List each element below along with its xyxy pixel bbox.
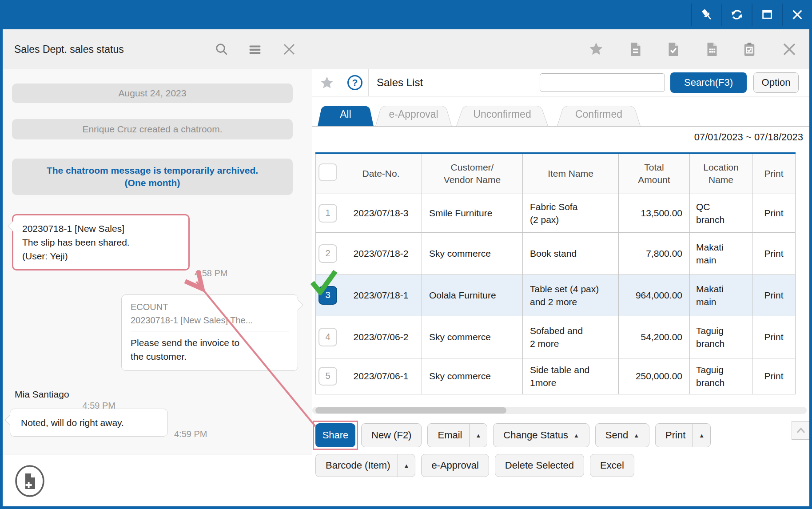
col-header-item: Item Name	[523, 153, 619, 194]
chat-bubble-noted[interactable]: Noted, will do right away.	[10, 409, 168, 437]
row-number-chip[interactable]: 5	[318, 367, 337, 386]
favorite-page-button[interactable]	[319, 76, 334, 91]
print-link[interactable]: Print	[752, 358, 796, 394]
dropup-arrow-icon[interactable]: ▲	[398, 454, 415, 477]
new-button[interactable]: New (F2)	[361, 423, 422, 447]
scroll-up-button[interactable]	[792, 421, 810, 440]
tab-all[interactable]: All	[318, 102, 374, 126]
excel-button[interactable]: Excel	[590, 454, 634, 477]
col-header-customer: Customer/ Vendor Name	[422, 153, 523, 194]
slip-date-link[interactable]: 2023/07/18-3	[340, 194, 422, 232]
print-button[interactable]: Print▲	[655, 423, 711, 447]
maximize-button[interactable]	[752, 4, 782, 26]
chat-input-area[interactable]	[3, 454, 312, 506]
star-icon	[319, 76, 334, 91]
e-approval-button[interactable]: e-Approval	[421, 454, 489, 477]
horizontal-scrollbar[interactable]	[312, 407, 807, 414]
titlebar	[0, 0, 812, 29]
print-link[interactable]: Print	[752, 316, 796, 358]
chat-search-button[interactable]	[215, 42, 229, 56]
scrollbar-thumb[interactable]	[315, 407, 506, 414]
print-link[interactable]: Print	[752, 194, 796, 232]
slip-document-button[interactable]	[628, 41, 644, 57]
location-cell: Makati main	[690, 232, 752, 274]
tab-confirmed[interactable]: Confirmed	[557, 102, 641, 126]
hamburger-icon	[248, 42, 262, 56]
bubble-tail	[292, 299, 303, 310]
tab-unconfirmed[interactable]: Unconfirmed	[456, 102, 548, 126]
date-range[interactable]: 07/01/2023 ~ 07/18/2023	[694, 131, 803, 143]
col-header-amount: Total Amount	[619, 153, 690, 194]
document-grid-icon	[704, 41, 720, 57]
chat-menu-button[interactable]	[248, 42, 262, 56]
col-header-print: Print	[752, 153, 796, 194]
refresh-button[interactable]	[721, 4, 752, 26]
chat-bubble-reply[interactable]: ECOUNT 20230718-1 [New Sales] The... Ple…	[121, 294, 298, 371]
quote-sender: ECOUNT	[131, 300, 289, 314]
item-cell: Book stand	[523, 232, 619, 274]
attach-file-button[interactable]	[14, 464, 46, 498]
message-time: 4:59 PM	[174, 429, 207, 439]
dropup-arrow-icon[interactable]: ▲	[469, 424, 487, 447]
amount-cell: 7,800.00	[619, 232, 690, 274]
slip-date-link[interactable]: 2023/07/18-1	[340, 274, 422, 316]
chat-panel: Sales Dept. sales status	[3, 29, 312, 506]
search-icon	[215, 42, 229, 56]
select-all-checkbox[interactable]	[318, 163, 337, 181]
action-buttons-row-2: Barcode (Item)▲ e-Approval Delete Select…	[315, 454, 634, 477]
chat-bubble-text: Noted, will do right away.	[21, 416, 157, 429]
amount-cell: 250,000.00	[619, 358, 690, 394]
table-row: 4 2023/07/06-2 Sky commerce Sofabed and …	[316, 316, 796, 358]
change-status-button[interactable]: Change Status▲	[493, 423, 589, 447]
barcode-button[interactable]: Barcode (Item)▲	[315, 454, 415, 477]
favorite-button[interactable]	[588, 41, 604, 57]
tab-e-approval[interactable]: e-Approval	[375, 102, 452, 126]
print-link[interactable]: Print	[752, 232, 796, 274]
chat-header: Sales Dept. sales status	[3, 29, 312, 69]
amount-cell: 964,000.00	[619, 274, 690, 316]
maximize-icon	[760, 8, 774, 21]
row-number-chip[interactable]: 1	[318, 204, 337, 223]
share-button[interactable]: Share	[315, 423, 355, 447]
amount-cell: 13,500.00	[619, 194, 690, 232]
print-link[interactable]: Print	[752, 274, 796, 316]
help-icon: ?	[352, 77, 358, 88]
dropup-arrow-icon[interactable]: ▲	[693, 424, 710, 447]
search-button[interactable]: Search(F3)	[670, 72, 747, 93]
chat-bubble-shared-slip[interactable]: 20230718-1 [New Sales] The slip has been…	[12, 214, 190, 270]
email-button[interactable]: Email▲	[427, 423, 487, 447]
window-close-button[interactable]	[782, 4, 812, 26]
dropup-arrow-icon: ▲	[633, 432, 639, 439]
row-number-chip[interactable]: 4	[318, 328, 337, 346]
chat-close-button[interactable]	[282, 42, 296, 56]
row-number-chip[interactable]: 2	[318, 244, 337, 263]
delete-selected-button[interactable]: Delete Selected	[495, 454, 584, 477]
slip-date-link[interactable]: 2023/07/18-2	[340, 232, 422, 274]
chat-date-separator: August 24, 2023	[12, 84, 293, 103]
customer-cell: Smile Furniture	[422, 194, 523, 232]
attach-file-icon	[14, 464, 46, 498]
document-grid-button[interactable]	[704, 41, 720, 57]
send-button[interactable]: Send▲	[595, 423, 649, 447]
row-number-chip[interactable]: 3	[318, 286, 337, 305]
help-button[interactable]: ?	[347, 75, 362, 90]
slip-date-link[interactable]: 2023/07/06-2	[340, 316, 422, 358]
clipboard-check-button[interactable]	[741, 41, 757, 57]
sender-name: Mia Santiago	[15, 389, 69, 400]
page-title: Sales List	[377, 69, 423, 96]
customer-cell: Sky commerce	[422, 232, 523, 274]
document-check-button[interactable]	[665, 41, 681, 57]
sales-table: Date-No. Customer/ Vendor Name Item Name…	[315, 152, 796, 394]
status-tabs: All e-Approval Unconfirmed Confirmed	[312, 101, 812, 127]
search-input[interactable]	[540, 73, 665, 92]
pin-button[interactable]	[691, 4, 721, 26]
location-cell: QC branch	[690, 194, 752, 232]
amount-cell: 54,200.00	[619, 316, 690, 358]
table-row: 5 2023/07/06-1 Sky commerce Side table a…	[316, 358, 796, 394]
slip-date-link[interactable]: 2023/07/06-1	[340, 358, 422, 394]
item-cell: Sofabed and 2 more	[523, 316, 619, 358]
option-button[interactable]: Option	[753, 72, 799, 93]
item-cell: Fabric Sofa (2 pax)	[523, 194, 619, 232]
customer-cell: Oolala Furniture	[422, 274, 523, 316]
panel-close-button[interactable]	[781, 41, 797, 57]
